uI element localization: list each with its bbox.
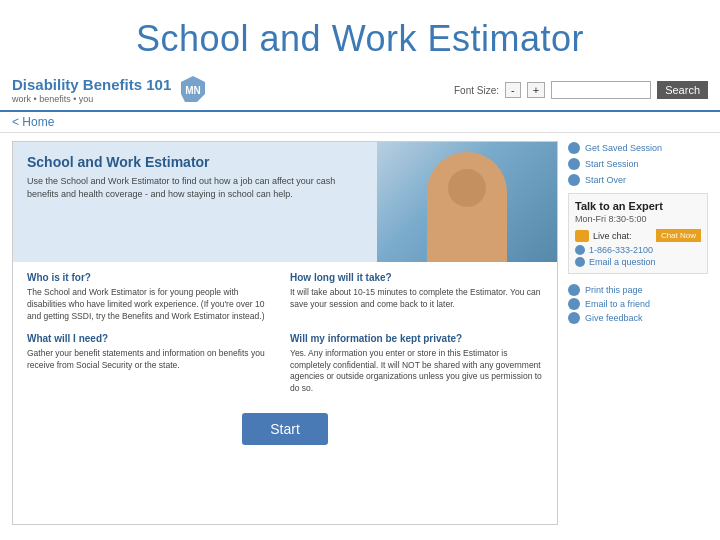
hero-image [377, 142, 557, 262]
expert-title: Talk to an Expert [575, 200, 701, 212]
sidebar-tools: Print this page Email to a friend Give f… [568, 284, 708, 324]
logo-text: Disability Benefits 101 [12, 76, 171, 93]
feedback-label: Give feedback [585, 313, 643, 323]
feedback-icon [568, 312, 580, 324]
sidebar-get-session[interactable]: Get Saved Session [568, 141, 708, 155]
main-layout: School and Work Estimator Use the School… [0, 133, 720, 533]
email-friend-label: Email to a friend [585, 299, 650, 309]
page-title: School and Work Estimator [30, 18, 690, 60]
start-button-area: Start [13, 405, 557, 453]
section-what-need-heading: What will I need? [27, 333, 280, 344]
home-link[interactable]: < Home [12, 115, 54, 129]
email-icon [575, 257, 585, 267]
hero-text: School and Work Estimator Use the School… [13, 142, 377, 262]
feedback-tool[interactable]: Give feedback [568, 312, 708, 324]
hero-section: School and Work Estimator Use the School… [13, 142, 557, 262]
section-how-long: How long will it take? It will take abou… [290, 272, 543, 323]
email-row[interactable]: Email a question [575, 257, 701, 267]
font-size-label: Font Size: [454, 85, 499, 96]
live-chat-row: Live chat: Chat Now [575, 229, 701, 242]
chat-icon [575, 230, 589, 242]
get-session-icon [568, 142, 580, 154]
expert-box: Talk to an Expert Mon-Fri 8:30-5:00 Live… [568, 193, 708, 274]
section-private: Will my information be kept private? Yes… [290, 333, 543, 396]
start-button[interactable]: Start [242, 413, 328, 445]
live-chat-label: Live chat: [593, 231, 632, 241]
email-friend-icon [568, 298, 580, 310]
hero-title: School and Work Estimator [27, 154, 363, 170]
site-header: Disability Benefits 101 work • benefits … [0, 70, 720, 112]
sidebar-start-over[interactable]: Start Over [568, 173, 708, 187]
search-button[interactable]: Search [657, 81, 708, 99]
site-nav: < Home [0, 112, 720, 133]
section-how-long-heading: How long will it take? [290, 272, 543, 283]
section-who: Who is it for? The School and Work Estim… [27, 272, 280, 323]
font-decrease-button[interactable]: - [505, 82, 521, 98]
logo-area: Disability Benefits 101 work • benefits … [12, 74, 209, 106]
expert-hours: Mon-Fri 8:30-5:00 [575, 214, 701, 224]
content-grid: Who is it for? The School and Work Estim… [13, 262, 557, 405]
hero-description: Use the School and Work Estimator to fin… [27, 175, 363, 200]
print-icon [568, 284, 580, 296]
phone-row: 1-866-333-2100 [575, 245, 701, 255]
email-label: Email a question [589, 257, 656, 267]
section-who-heading: Who is it for? [27, 272, 280, 283]
section-what-need: What will I need? Gather your benefit st… [27, 333, 280, 396]
sidebar-start-session[interactable]: Start Session [568, 157, 708, 171]
start-session-label: Start Session [585, 159, 639, 169]
header-right: Font Size: - + Search [454, 81, 708, 99]
section-how-long-body: It will take about 10-15 minutes to comp… [290, 287, 543, 311]
section-private-heading: Will my information be kept private? [290, 333, 543, 344]
section-what-need-body: Gather your benefit statements and infor… [27, 348, 280, 372]
email-friend-tool[interactable]: Email to a friend [568, 298, 708, 310]
font-increase-button[interactable]: + [527, 82, 545, 98]
section-who-body: The School and Work Estimator is for you… [27, 287, 280, 323]
sidebar: Get Saved Session Start Session Start Ov… [568, 141, 708, 525]
phone-number: 1-866-333-2100 [589, 245, 653, 255]
start-session-icon [568, 158, 580, 170]
print-tool[interactable]: Print this page [568, 284, 708, 296]
content-area: School and Work Estimator Use the School… [12, 141, 558, 525]
logo-tagline: work • benefits • you [12, 94, 171, 104]
mn-state-logo: MN [177, 74, 209, 106]
section-private-body: Yes. Any information you enter or store … [290, 348, 543, 396]
start-over-label: Start Over [585, 175, 626, 185]
search-input[interactable] [551, 81, 651, 99]
chat-now-button[interactable]: Chat Now [656, 229, 701, 242]
svg-text:MN: MN [185, 85, 201, 96]
page-title-bar: School and Work Estimator [0, 0, 720, 70]
get-session-label: Get Saved Session [585, 143, 662, 153]
sidebar-session-actions: Get Saved Session Start Session Start Ov… [568, 141, 708, 187]
print-label: Print this page [585, 285, 643, 295]
start-over-icon [568, 174, 580, 186]
phone-icon [575, 245, 585, 255]
logo-text-wrap: Disability Benefits 101 work • benefits … [12, 76, 171, 104]
